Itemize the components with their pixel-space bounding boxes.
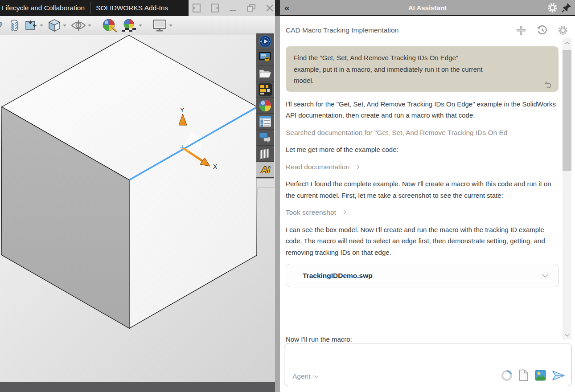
- user-message-bubble: Find the "Get, Set, And Remove Tracking …: [286, 46, 559, 92]
- panel-header: AI Assistant «: [280, 0, 575, 16]
- taskpane-ai-assistant-tab[interactable]: AI: [256, 162, 274, 178]
- taskpane-design-library-icon[interactable]: [256, 49, 274, 65]
- view-orientation-icon[interactable]: [46, 18, 62, 33]
- close-button[interactable]: [264, 3, 275, 13]
- user-message-text: Find the "Get, Set, And Remove Tracking …: [294, 52, 484, 86]
- heads-up-view-toolbar: [0, 16, 275, 35]
- axis-label-y: Y: [180, 106, 185, 114]
- task-pane-edge: [256, 178, 274, 188]
- zoom-to-area-icon[interactable]: [23, 18, 39, 33]
- status-bar: [0, 382, 275, 392]
- box-model: [1, 35, 257, 328]
- macro-file-expander[interactable]: TrackingIDDemo.swp: [286, 264, 559, 287]
- chat-input[interactable]: [288, 346, 568, 369]
- application-window: Lifecycle and Collaboration SOLIDWORKS A…: [0, 0, 575, 392]
- send-icon[interactable]: [552, 370, 565, 381]
- dropdown-caret[interactable]: [39, 18, 44, 33]
- pane-left-button[interactable]: [191, 3, 202, 13]
- conversation: Find the "Get, Set, And Remove Tracking …: [286, 46, 559, 287]
- task-pane-tabs: AI: [256, 33, 274, 178]
- panel-settings-gear-icon[interactable]: [547, 2, 558, 13]
- dropdown-caret[interactable]: [168, 18, 173, 33]
- attach-file-icon[interactable]: [518, 369, 529, 381]
- hide-show-items-icon[interactable]: [70, 18, 87, 33]
- assistant-message-clipped: Now I'll run the macro:: [286, 335, 473, 342]
- scrollbar-thumb[interactable]: [563, 50, 571, 171]
- chevron-right-icon: [341, 210, 346, 215]
- view-settings-icon[interactable]: [151, 18, 168, 33]
- mode-selector[interactable]: Agent: [292, 372, 318, 380]
- ai-assistant-panel: AI Assistant « CAD Macro Tracki: [280, 0, 575, 392]
- thread-title: CAD Macro Tracking Implementation: [286, 26, 398, 34]
- tab-solidworks-add-ins[interactable]: SOLIDWORKS Add-Ins: [90, 0, 173, 16]
- assistant-message: Let me get more of the example code:: [286, 144, 559, 155]
- tab-lifecycle-and-collaboration[interactable]: Lifecycle and Collaboration: [0, 0, 90, 16]
- scrollbar-up-button[interactable]: [563, 38, 571, 47]
- tool-status-searched-docs[interactable]: Searched documentation for "Get, Set, An…: [286, 127, 559, 139]
- taskpane-custom-properties-icon[interactable]: [256, 114, 274, 130]
- new-chat-plus-icon[interactable]: [516, 25, 526, 36]
- window-controls: [189, 0, 275, 16]
- thread-header-row: CAD Macro Tracking Implementation: [286, 24, 568, 37]
- dropdown-caret[interactable]: [138, 18, 143, 33]
- tool-status-took-screenshot[interactable]: Took screenshot: [286, 207, 559, 218]
- viewport-canvas[interactable]: Y X: [0, 35, 275, 382]
- command-tab-bar: Lifecycle and Collaboration SOLIDWORKS A…: [0, 0, 189, 16]
- section-view-icon[interactable]: [8, 18, 23, 33]
- pane-right-button[interactable]: [209, 3, 220, 13]
- chevron-right-icon: [355, 164, 360, 169]
- scrollbar-down-button[interactable]: [563, 331, 571, 339]
- chevron-down-icon: [314, 374, 318, 378]
- partial-tool-icon[interactable]: [0, 18, 8, 33]
- chat-input-container: Agent: [284, 343, 572, 386]
- panel-divider-top: [275, 0, 280, 16]
- taskpane-library-icon[interactable]: [256, 146, 274, 162]
- taskpane-resources-icon[interactable]: [256, 33, 274, 49]
- dropdown-caret[interactable]: [87, 18, 92, 33]
- restore-button[interactable]: [246, 3, 257, 13]
- pin-panel-icon[interactable]: [562, 3, 571, 12]
- dropdown-caret[interactable]: [62, 18, 67, 33]
- title-bar: Lifecycle and Collaboration SOLIDWORKS A…: [0, 0, 275, 16]
- taskpane-comments-icon[interactable]: [256, 130, 274, 146]
- assistant-message: I can see the box model. Now I'll create…: [286, 224, 559, 258]
- axis-label-x: X: [213, 163, 218, 170]
- tool-status-read-documentation[interactable]: Read documentation: [286, 161, 559, 173]
- panel-divider[interactable]: [275, 0, 280, 392]
- apply-scene-icon[interactable]: [119, 18, 138, 33]
- minimize-button[interactable]: [228, 3, 238, 13]
- chat-settings-gear-icon[interactable]: [558, 25, 568, 36]
- chevron-down-icon: [542, 272, 548, 278]
- panel-title: AI Assistant: [280, 4, 575, 12]
- taskpane-appearances-icon[interactable]: [256, 98, 274, 114]
- attach-image-icon[interactable]: [535, 369, 546, 381]
- solidworks-region: Lifecycle and Collaboration SOLIDWORKS A…: [0, 0, 275, 392]
- ai-logo: AI: [261, 164, 270, 175]
- retry-icon[interactable]: [544, 80, 552, 89]
- history-icon[interactable]: [537, 25, 547, 36]
- taskpane-file-explorer-icon[interactable]: [256, 65, 274, 82]
- macro-file-name: TrackingIDDemo.swp: [286, 272, 373, 280]
- assistant-message: I'll search for the "Get, Set, And Remov…: [286, 98, 559, 121]
- chat-scrollbar[interactable]: [563, 38, 571, 339]
- mode-label: Agent: [292, 372, 311, 380]
- taskpane-view-palette-icon[interactable]: [256, 82, 274, 98]
- edit-appearance-icon[interactable]: [101, 18, 119, 33]
- assistant-message: Perfect! I found the complete example. N…: [286, 178, 559, 201]
- usage-ring-icon: [501, 370, 513, 381]
